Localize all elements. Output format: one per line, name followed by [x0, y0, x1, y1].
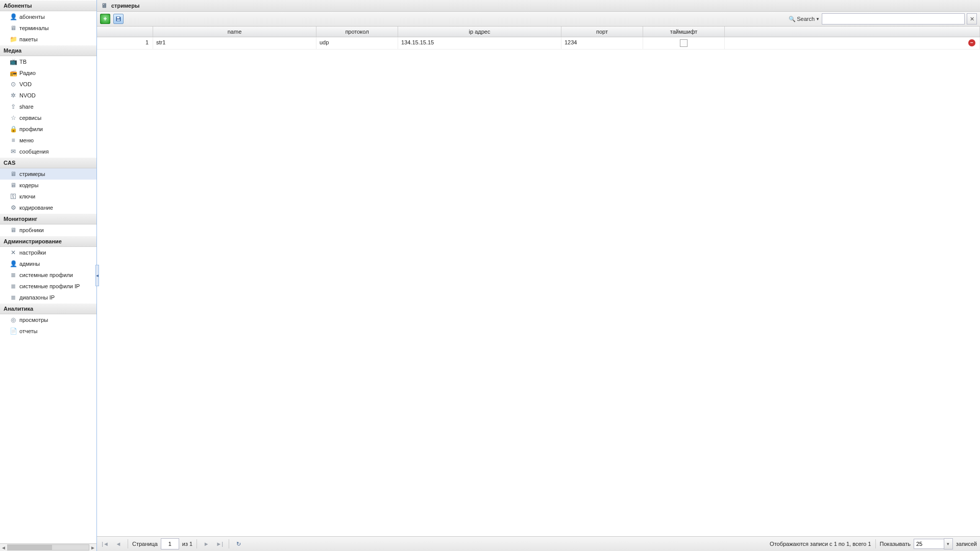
- user-icon: 👤: [9, 13, 17, 21]
- sidebar-item-кодеры[interactable]: 🖥кодеры: [0, 180, 96, 191]
- search-input[interactable]: [822, 13, 965, 24]
- svg-rect-1: [117, 19, 120, 21]
- sidebar-collapse-handle[interactable]: ◄: [95, 265, 99, 286]
- col-protocol[interactable]: протокол: [316, 27, 398, 37]
- page-next-button[interactable]: ►: [201, 539, 211, 549]
- save-button[interactable]: [113, 14, 124, 24]
- sidebar-item-терминалы[interactable]: 🖥терминалы: [0, 22, 96, 34]
- sidebar-item-share[interactable]: ⇪share: [0, 101, 96, 112]
- sidebar-item-кодирование[interactable]: ⚙кодирование: [0, 202, 96, 213]
- page-number-input[interactable]: [161, 538, 179, 549]
- sidebar-item-пакеты[interactable]: 📁пакеты: [0, 34, 96, 45]
- vod-icon: ⊙: [9, 80, 17, 88]
- table-row[interactable]: 1str1udp134.15.15.151234: [97, 37, 980, 49]
- pagesize-trigger[interactable]: ▾: [944, 538, 953, 549]
- group-header: Администрирование: [0, 236, 96, 247]
- pagesize-input[interactable]: [914, 539, 944, 549]
- pagesize-label: Показывать: [880, 541, 911, 547]
- page-prev-button[interactable]: ◄: [113, 539, 124, 549]
- sidebar-item-настройки[interactable]: ✕настройки: [0, 247, 96, 258]
- folder-icon: 📁: [9, 35, 17, 43]
- paging-toolbar: |◄ ◄ Страница из 1 ► ►| ↻ Отображаются з…: [97, 536, 980, 551]
- sysprofile-icon: ≣: [9, 271, 17, 279]
- sidebar-item-системные профили IP[interactable]: ≣системные профили IP: [0, 281, 96, 292]
- col-name[interactable]: name: [153, 27, 316, 37]
- refresh-button[interactable]: ↻: [233, 539, 243, 549]
- settings-icon: ✕: [9, 248, 17, 257]
- col-ip[interactable]: ip адрес: [398, 27, 561, 37]
- iprange-icon: ≣: [9, 293, 17, 302]
- delete-row-button[interactable]: [968, 39, 975, 46]
- sidebar-item-label: просмотры: [19, 317, 48, 323]
- probe-icon: 🖥: [9, 226, 17, 234]
- toolbar: 🔍 Search ▼ ✕: [97, 12, 980, 27]
- sidebar-item-label: пакеты: [19, 36, 38, 42]
- sidebar-item-label: ключи: [19, 193, 35, 199]
- sidebar-item-label: терминалы: [19, 25, 48, 31]
- page-label: Страница: [132, 541, 158, 547]
- sidebar-item-label: профили: [19, 126, 43, 132]
- display-info: Отображаются записи с 1 по 1, всего 1: [770, 541, 871, 547]
- sidebar-scrollbar[interactable]: ◄ ►: [0, 543, 96, 551]
- sidebar-item-профили[interactable]: 🔒профили: [0, 123, 96, 135]
- col-timeshift[interactable]: таймшифт: [643, 27, 725, 37]
- sidebar-item-сервисы[interactable]: ☆сервисы: [0, 112, 96, 123]
- sidebar-item-стримеры[interactable]: 🖥стримеры: [0, 168, 96, 180]
- reports-icon: 📄: [9, 327, 17, 335]
- group-header: Медиа: [0, 45, 96, 56]
- encoding-icon: ⚙: [9, 204, 17, 212]
- cell-ip: 134.15.15.15: [398, 37, 561, 49]
- sidebar-item-диапазоны IP[interactable]: ≣диапазоны IP: [0, 292, 96, 303]
- scroll-left-icon[interactable]: ◄: [1, 545, 6, 550]
- sidebar-item-label: системные профили: [19, 272, 73, 278]
- sidebar-item-системные профили[interactable]: ≣системные профили: [0, 269, 96, 281]
- sidebar-item-label: пробники: [19, 227, 44, 233]
- key-icon: ⚿: [9, 192, 17, 201]
- sidebar: Абоненты👤абоненты🖥терминалы📁пакетыМедиа📺…: [0, 0, 97, 551]
- message-icon: ✉: [9, 147, 17, 156]
- sidebar-item-просмотры[interactable]: ◎просмотры: [0, 314, 96, 325]
- sidebar-item-Радио[interactable]: 📻Радио: [0, 67, 96, 79]
- sidebar-item-ключи[interactable]: ⚿ключи: [0, 191, 96, 202]
- search-icon: 🔍: [789, 16, 796, 22]
- sidebar-item-меню[interactable]: ≡меню: [0, 135, 96, 146]
- timeshift-checkbox[interactable]: [680, 39, 688, 47]
- menu-icon: ≡: [9, 136, 17, 144]
- sidebar-item-абоненты[interactable]: 👤абоненты: [0, 11, 96, 22]
- sidebar-item-ТВ[interactable]: 📺ТВ: [0, 56, 96, 67]
- cell-actions: [725, 37, 980, 49]
- sidebar-item-label: системные профили IP: [19, 283, 80, 289]
- group-header: Мониторинг: [0, 213, 96, 224]
- sysprofile-ip-icon: ≣: [9, 282, 17, 290]
- sidebar-item-label: NVOD: [19, 92, 36, 98]
- sidebar-item-label: стримеры: [19, 171, 45, 177]
- nvod-icon: ✲: [9, 91, 17, 99]
- tv-icon: 📺: [9, 58, 17, 66]
- sidebar-item-label: Радио: [19, 70, 36, 76]
- panel-title: стримеры: [111, 3, 139, 9]
- search-clear-button[interactable]: ✕: [967, 13, 977, 24]
- sidebar-item-VOD[interactable]: ⊙VOD: [0, 79, 96, 90]
- scroll-right-icon[interactable]: ►: [90, 545, 95, 550]
- col-port[interactable]: порт: [561, 27, 643, 37]
- sidebar-item-NVOD[interactable]: ✲NVOD: [0, 90, 96, 101]
- svg-rect-0: [117, 17, 119, 18]
- share-icon: ⇪: [9, 103, 17, 111]
- page-of-label: из 1: [182, 541, 192, 547]
- sidebar-item-label: ТВ: [19, 59, 27, 65]
- sidebar-item-пробники[interactable]: 🖥пробники: [0, 224, 96, 236]
- col-rownum[interactable]: [97, 27, 153, 37]
- radio-icon: 📻: [9, 69, 17, 77]
- page-last-button[interactable]: ►|: [214, 539, 225, 549]
- add-button[interactable]: [100, 14, 110, 24]
- page-first-button[interactable]: |◄: [100, 539, 110, 549]
- search-dropdown[interactable]: 🔍 Search ▼: [789, 16, 820, 22]
- group-header: CAS: [0, 157, 96, 168]
- group-header: Аналитика: [0, 303, 96, 314]
- cell-rownum: 1: [97, 37, 153, 49]
- sidebar-item-админы[interactable]: 👤админы: [0, 258, 96, 269]
- admin-icon: 👤: [9, 260, 17, 268]
- sidebar-item-отчеты[interactable]: 📄отчеты: [0, 325, 96, 337]
- sidebar-item-сообщения[interactable]: ✉сообщения: [0, 146, 96, 157]
- sidebar-item-label: сервисы: [19, 115, 41, 121]
